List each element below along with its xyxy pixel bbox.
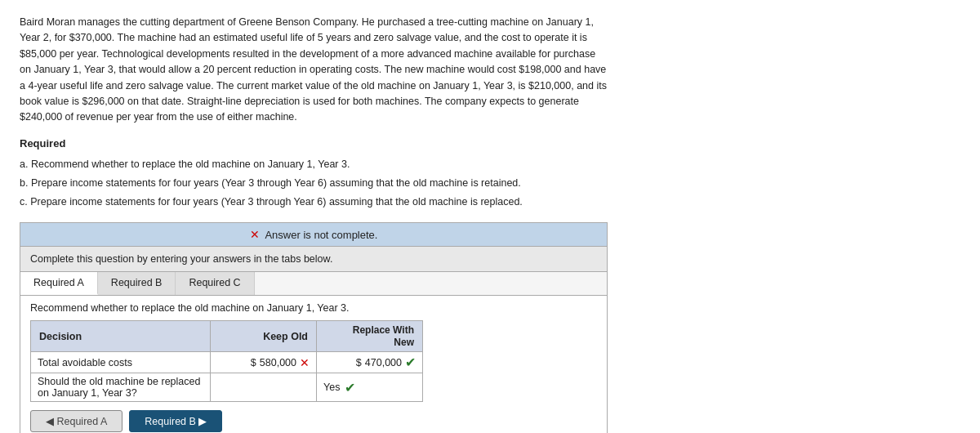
tab-required-a[interactable]: Required A	[20, 272, 98, 295]
tab-content-required-a: Recommend whether to replace the old mac…	[20, 296, 607, 433]
req-c-text: c. Prepare income statements for four ye…	[20, 194, 608, 211]
table-row-should-replace: Should the old machine be replaced on Ja…	[31, 373, 423, 402]
requirements-list: a. Recommend whether to replace the old …	[20, 156, 608, 212]
answer-banner: ✕ Answer is not complete.	[20, 223, 607, 246]
keep-old-dollar: $	[251, 357, 256, 368]
cell-keep-old-should-replace[interactable]	[211, 373, 317, 402]
req-a-text: a. Recommend whether to replace the old …	[20, 156, 608, 173]
decision-table: Decision Keep Old Replace With New Total…	[30, 320, 423, 402]
replace-value: 470,000	[365, 357, 402, 368]
required-heading: Required	[20, 137, 960, 150]
answer-banner-text: Answer is not complete.	[265, 229, 377, 241]
replace-yes-check-icon: ✔	[345, 380, 355, 395]
cell-keep-old-avoidable[interactable]: $ 580,000 ✕	[211, 352, 317, 373]
keep-old-error-icon: ✕	[300, 356, 310, 369]
col-header-keep-old: Keep Old	[211, 321, 317, 352]
cell-should-replace-label: Should the old machine be replaced on Ja…	[31, 373, 211, 402]
cell-avoidable-label: Total avoidable costs	[31, 352, 211, 373]
keep-old-value: 580,000	[260, 357, 296, 368]
replace-check-icon: ✔	[405, 355, 416, 370]
tab-required-c[interactable]: Required C	[176, 272, 254, 295]
tab-required-b[interactable]: Required B	[98, 272, 176, 295]
table-row-avoidable-costs: Total avoidable costs $ 580,000 ✕ $ 470,…	[31, 352, 423, 373]
req-b-text: b. Prepare income statements for four ye…	[20, 175, 608, 192]
replace-yes-value: Yes	[323, 382, 340, 393]
complete-prompt: Complete this question by entering your …	[20, 246, 607, 271]
next-button[interactable]: Required B ▶	[129, 410, 222, 432]
col-header-replace-with: Replace With New	[317, 321, 423, 352]
intro-paragraph: Baird Moran manages the cutting departme…	[20, 15, 608, 126]
answer-box: ✕ Answer is not complete. Complete this …	[20, 222, 608, 433]
tabs-bar: Required A Required B Required C	[20, 271, 607, 296]
cell-replace-avoidable[interactable]: $ 470,000 ✔	[317, 352, 423, 373]
nav-buttons: ◀ Required A Required B ▶	[30, 410, 597, 432]
tab-instruction: Recommend whether to replace the old mac…	[30, 302, 597, 314]
cell-replace-should-replace[interactable]: Yes ✔	[317, 373, 423, 402]
replace-dollar: $	[356, 357, 362, 368]
x-icon: ✕	[250, 228, 260, 241]
col-header-decision: Decision	[31, 321, 211, 352]
prev-button[interactable]: ◀ Required A	[30, 410, 122, 432]
